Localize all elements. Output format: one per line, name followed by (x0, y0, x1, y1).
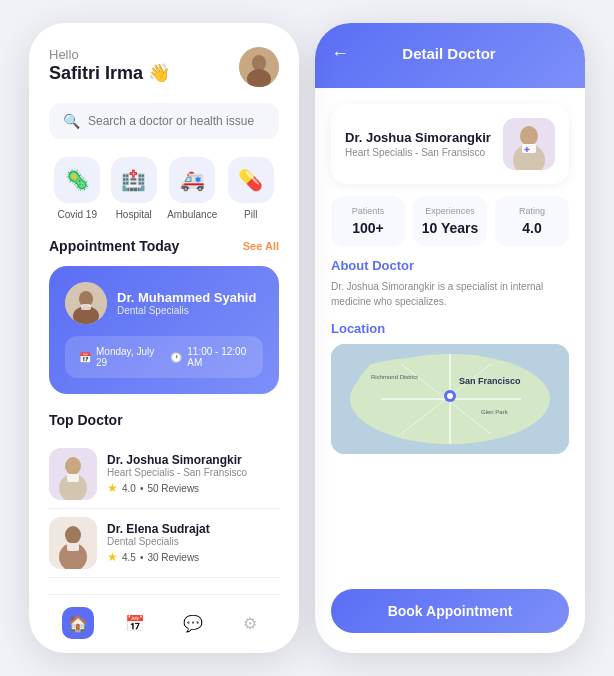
list-item[interactable]: Dr. Elena Sudrajat Dental Specialis ★ 4.… (49, 509, 279, 578)
book-appointment-button[interactable]: Book Appointment (331, 589, 569, 633)
appt-doctor-info: Dr. Muhammed Syahid Dental Specialis (117, 290, 256, 316)
stat-experience: Experiences 10 Years (413, 196, 487, 246)
svg-text:✚: ✚ (524, 146, 530, 153)
right-content: Dr. Joshua Simorangkir Heart Specialis -… (315, 88, 585, 577)
svg-point-8 (65, 457, 81, 475)
svg-point-16 (520, 126, 538, 146)
stats-row: Patients 100+ Experiences 10 Years Ratin… (331, 196, 569, 246)
location-section: Location (331, 321, 569, 454)
right-header: ← Detail Doctor (315, 23, 585, 88)
calendar-icon: 📅 (79, 352, 91, 363)
appt-doctor-row: Dr. Muhammed Syahid Dental Specialis (65, 282, 263, 324)
location-title: Location (331, 321, 569, 336)
svg-rect-10 (67, 474, 79, 482)
svg-rect-14 (67, 543, 79, 551)
nav-home[interactable]: 🏠 (62, 607, 94, 639)
doctor-spec-0: Heart Specialis - San Fransisco (107, 467, 279, 478)
doctor-name-0: Dr. Joshua Simorangkir (107, 453, 279, 467)
detail-doctor-avatar: ✚ (503, 118, 555, 170)
avatar[interactable] (239, 47, 279, 87)
doctor-spec-1: Dental Specialis (107, 536, 279, 547)
top-doctor-title: Top Doctor (49, 412, 123, 428)
appointment-section-header: Appointment Today See All (49, 238, 279, 254)
doctor-rating-0: ★ 4.0 • 50 Reviews (107, 481, 279, 495)
doctor-info-1: Dr. Elena Sudrajat Dental Specialis ★ 4.… (107, 522, 279, 564)
detail-doctor-card: Dr. Joshua Simorangkir Heart Specialis -… (331, 104, 569, 184)
svg-point-12 (65, 526, 81, 544)
stat-rating-value: 4.0 (503, 220, 561, 236)
detail-doctor-info: Dr. Joshua Simorangkir Heart Specialis -… (345, 130, 491, 158)
stat-patients-label: Patients (339, 206, 397, 216)
ambulance-label: Ambulance (167, 209, 217, 220)
about-text: Dr. Joshua Simorangkir is a specialist i… (331, 279, 569, 309)
appt-doctor-spec: Dental Specialis (117, 305, 256, 316)
svg-text:Glen Park: Glen Park (481, 409, 509, 415)
stat-experience-value: 10 Years (421, 220, 479, 236)
see-all-appointments[interactable]: See All (243, 240, 279, 252)
stat-experience-label: Experiences (421, 206, 479, 216)
categories-row: 🦠 Covid 19 🏥 Hospital 🚑 Ambulance 💊 Pill (49, 157, 279, 220)
category-hospital[interactable]: 🏥 Hospital (111, 157, 157, 220)
doctor-info-0: Dr. Joshua Simorangkir Heart Specialis -… (107, 453, 279, 495)
back-button[interactable]: ← (331, 43, 349, 64)
appointment-title: Appointment Today (49, 238, 179, 254)
stat-rating-label: Rating (503, 206, 561, 216)
stat-patients: Patients 100+ (331, 196, 405, 246)
doctor-rating-1: ★ 4.5 • 30 Reviews (107, 550, 279, 564)
about-title: About Doctor (331, 258, 569, 273)
appt-time: 🕐 11:00 - 12:00 AM (170, 346, 249, 368)
nav-settings[interactable]: ⚙ (234, 607, 266, 639)
greeting-block: Hello Safitri Irma 👋 (49, 47, 170, 84)
nav-calendar[interactable]: 📅 (119, 607, 151, 639)
appt-doctor-avatar (65, 282, 107, 324)
map-container[interactable]: San Francisco Richmond District Glen Par… (331, 344, 569, 454)
svg-text:Richmond District: Richmond District (371, 374, 418, 380)
right-phone: ← Detail Doctor Dr. Joshua Simorangkir H… (315, 23, 585, 653)
bottom-nav: 🏠 📅 💬 ⚙ (49, 594, 279, 653)
greeting-hello: Hello (49, 47, 170, 62)
covid19-icon-box: 🦠 (54, 157, 100, 203)
appt-date: 📅 Monday, July 29 (79, 346, 154, 368)
svg-point-1 (252, 55, 266, 71)
stat-rating: Rating 4.0 (495, 196, 569, 246)
about-section: About Doctor Dr. Joshua Simorangkir is a… (331, 258, 569, 309)
top-doctor-header: Top Doctor (49, 412, 279, 428)
detail-title: Detail Doctor (359, 45, 539, 62)
svg-text:San Francisco: San Francisco (459, 376, 521, 386)
category-ambulance[interactable]: 🚑 Ambulance (167, 157, 217, 220)
ambulance-icon-box: 🚑 (169, 157, 215, 203)
hospital-icon-box: 🏥 (111, 157, 157, 203)
detail-doctor-spec: Heart Specialis - San Fransisco (345, 147, 491, 158)
list-item[interactable]: Dr. Joshua Simorangkir Heart Specialis -… (49, 440, 279, 509)
detail-doctor-name: Dr. Joshua Simorangkir (345, 130, 491, 145)
search-icon: 🔍 (63, 113, 80, 129)
svg-point-28 (447, 393, 453, 399)
doctor-avatar-0 (49, 448, 97, 500)
stat-patients-value: 100+ (339, 220, 397, 236)
category-covid19[interactable]: 🦠 Covid 19 (54, 157, 100, 220)
pill-icon-box: 💊 (228, 157, 274, 203)
clock-icon: 🕐 (170, 352, 182, 363)
appointment-card[interactable]: Dr. Muhammed Syahid Dental Specialis 📅 M… (49, 266, 279, 394)
phones-container: Hello Safitri Irma 👋 🔍 🦠 Covid 19 (29, 23, 585, 653)
doctor-avatar-1 (49, 517, 97, 569)
covid19-label: Covid 19 (58, 209, 97, 220)
hospital-label: Hospital (116, 209, 152, 220)
star-icon: ★ (107, 550, 118, 564)
pill-label: Pill (244, 209, 257, 220)
search-bar[interactable]: 🔍 (49, 103, 279, 139)
star-icon: ★ (107, 481, 118, 495)
svg-rect-6 (81, 304, 91, 310)
category-pill[interactable]: 💊 Pill (228, 157, 274, 220)
book-btn-container: Book Appointment (315, 577, 585, 653)
top-doctor-section: Top Doctor Dr. Joshua Simorangkir Heart … (49, 412, 279, 578)
appt-details: 📅 Monday, July 29 🕐 11:00 - 12:00 AM (65, 336, 263, 378)
greeting-name: Safitri Irma 👋 (49, 62, 170, 84)
left-header: Hello Safitri Irma 👋 (49, 47, 279, 87)
search-input[interactable] (88, 114, 265, 128)
left-phone: Hello Safitri Irma 👋 🔍 🦠 Covid 19 (29, 23, 299, 653)
doctor-name-1: Dr. Elena Sudrajat (107, 522, 279, 536)
appt-doctor-name: Dr. Muhammed Syahid (117, 290, 256, 305)
nav-chat[interactable]: 💬 (177, 607, 209, 639)
